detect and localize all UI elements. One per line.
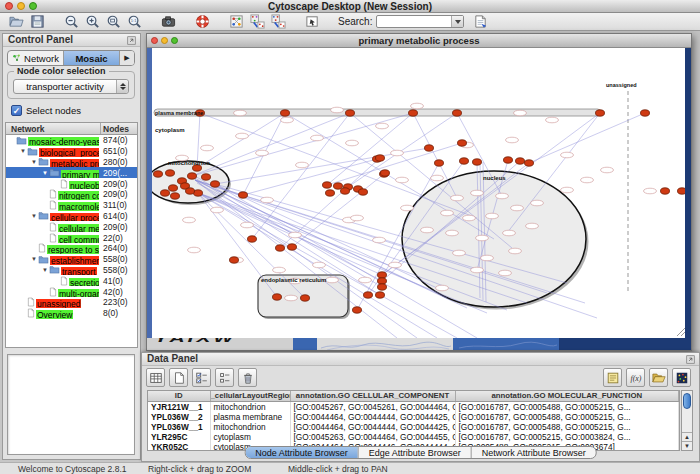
tree-row[interactable]: nucleobase-conta209(0) bbox=[6, 178, 137, 189]
gene-label-node bbox=[499, 270, 512, 276]
gene-label-node bbox=[531, 200, 544, 206]
network-tab-icon bbox=[12, 53, 22, 63]
table-row[interactable]: YPL036W__2plasma membrane[GO:0044464, GO… bbox=[148, 412, 679, 422]
column-header[interactable]: annotation.GO MOLECULAR_FUNCTION bbox=[455, 391, 679, 401]
network-name-label: establishment of lo bbox=[50, 256, 99, 264]
notes-icon[interactable] bbox=[603, 368, 622, 387]
gene-label-node bbox=[261, 197, 274, 203]
tree-row[interactable]: macromolecule m311(0) bbox=[6, 200, 137, 211]
function-icon[interactable]: f(x) bbox=[626, 368, 645, 387]
disclosure-triangle-icon[interactable]: ▼ bbox=[41, 267, 49, 273]
scrollbar-thumb[interactable] bbox=[683, 393, 691, 409]
file-icon bbox=[60, 276, 68, 286]
open-session-icon[interactable] bbox=[8, 14, 25, 30]
tree-row[interactable]: Overview8(0) bbox=[6, 308, 137, 319]
color-attribute-select[interactable]: transporter activity bbox=[13, 79, 129, 94]
annotation-icon[interactable] bbox=[304, 14, 321, 30]
node-count: 264(0) bbox=[103, 243, 128, 253]
table-row[interactable]: YPL036W__1mitochondrion[GO:0044464, GO:0… bbox=[148, 422, 679, 432]
zoom-in-icon[interactable] bbox=[84, 14, 101, 30]
tab-edge-attribute-browser[interactable]: Edge Attribute Browser bbox=[359, 447, 472, 458]
tree-row[interactable]: ▼cellular process614(0) bbox=[6, 211, 137, 222]
tab-node-attribute-browser[interactable]: Node Attribute Browser bbox=[245, 447, 359, 458]
network-overlay-first-icon[interactable] bbox=[249, 14, 266, 30]
gene-node bbox=[525, 160, 534, 166]
float-panel-icon[interactable] bbox=[685, 354, 696, 365]
zoom-out-icon[interactable] bbox=[63, 14, 80, 30]
network-window-title-bar[interactable]: primary metabolic process bbox=[147, 34, 691, 48]
file-icon bbox=[49, 233, 57, 243]
tree-row[interactable]: ▼establishment of lo558(0) bbox=[6, 254, 137, 265]
gene-node bbox=[230, 257, 239, 263]
float-panel-icon[interactable] bbox=[126, 35, 137, 46]
tree-row[interactable]: nitrogen compoun209(0) bbox=[6, 189, 137, 200]
more-tabs-arrow-icon[interactable]: ▶ bbox=[120, 51, 134, 65]
gene-node bbox=[359, 189, 368, 195]
table-icon[interactable] bbox=[146, 368, 165, 387]
network-overlay-second-icon[interactable] bbox=[270, 14, 287, 30]
tab-mosaic[interactable]: Mosaic bbox=[64, 51, 120, 65]
tree-row[interactable]: ▼primary metabolic209(... bbox=[6, 167, 137, 178]
tab-network-attribute-browser[interactable]: Network Attribute Browser bbox=[472, 447, 596, 458]
open-folder-icon[interactable] bbox=[649, 368, 668, 387]
zoom-selected-icon[interactable] bbox=[105, 14, 122, 30]
tree-row[interactable]: multi-organism pro42(0) bbox=[6, 286, 137, 297]
column-header[interactable]: annotation.GO CELLULAR_COMPONENT bbox=[290, 391, 455, 401]
select-nodes-checkbox[interactable]: ✓ bbox=[11, 105, 22, 116]
birdseye-view-panel[interactable] bbox=[7, 354, 135, 455]
import-attributes-icon[interactable] bbox=[472, 14, 489, 30]
folder-icon bbox=[38, 211, 49, 220]
gene-node bbox=[154, 171, 163, 177]
tree-row[interactable]: ▼biological_process651(0) bbox=[6, 146, 137, 157]
gene-label-node bbox=[441, 210, 454, 216]
tree-row[interactable]: unassigned223(0) bbox=[6, 297, 137, 308]
tree-row[interactable]: ▼metabolic process280(0) bbox=[6, 157, 137, 168]
scroll-up-icon[interactable]: ▲ bbox=[682, 432, 692, 441]
search-input[interactable] bbox=[376, 15, 464, 28]
disclosure-triangle-icon[interactable]: ▼ bbox=[19, 148, 27, 154]
disclosure-triangle-icon[interactable]: ▼ bbox=[30, 213, 38, 219]
tree-row[interactable]: secretion41(0) bbox=[6, 275, 137, 286]
disclosure-triangle-icon[interactable]: ▼ bbox=[41, 170, 49, 176]
new-document-icon[interactable] bbox=[169, 368, 188, 387]
column-list-icon[interactable] bbox=[215, 368, 234, 387]
file-icon bbox=[60, 179, 68, 189]
table-row[interactable]: YJR121W__1mitochondrion[GO:0045267, GO:0… bbox=[148, 401, 679, 412]
gene-node bbox=[364, 292, 373, 298]
column-header[interactable]: _cellularLayoutRegion bbox=[210, 391, 290, 401]
tree-row[interactable]: response to stimulu264(0) bbox=[6, 243, 137, 254]
tree-row[interactable]: mosaic-demo-yeast874(0) bbox=[6, 135, 137, 146]
scroll-down-icon[interactable]: ▼ bbox=[682, 441, 692, 450]
app-title-bar[interactable]: Cytoscape Desktop (New Session) bbox=[0, 0, 700, 13]
matrix-icon[interactable] bbox=[672, 368, 691, 387]
table-scrollbar[interactable]: ▲ ▼ bbox=[681, 390, 693, 451]
gene-label-node bbox=[601, 167, 614, 173]
snapshot-camera-icon[interactable] bbox=[160, 14, 177, 30]
save-session-icon[interactable] bbox=[29, 14, 46, 30]
attribute-table[interactable]: ID_cellularLayoutRegionannotation.GO CEL… bbox=[147, 390, 680, 451]
delete-trash-icon[interactable] bbox=[238, 368, 257, 387]
tree-row[interactable]: cellular metabolic209(0) bbox=[6, 221, 137, 232]
disclosure-triangle-icon[interactable]: ▼ bbox=[30, 256, 38, 262]
disclosure-triangle-icon[interactable]: ▼ bbox=[30, 159, 38, 165]
tree-row[interactable]: cell communicatio22(0) bbox=[6, 232, 137, 243]
gene-node bbox=[323, 182, 332, 188]
file-icon bbox=[27, 297, 35, 307]
gene-node bbox=[301, 295, 310, 301]
combo-stepper-icon[interactable] bbox=[116, 80, 128, 93]
tab-network[interactable]: Network bbox=[8, 51, 64, 65]
svg-text:1:1: 1:1 bbox=[131, 18, 137, 23]
gene-node bbox=[161, 190, 170, 196]
select-columns-icon[interactable] bbox=[192, 368, 211, 387]
column-header[interactable]: ID bbox=[148, 391, 210, 401]
tree-row[interactable]: ▼transport558(0) bbox=[6, 265, 137, 276]
network-view-window[interactable]: primary metabolic process plasma membran… bbox=[146, 33, 692, 351]
search-dropdown-arrow-icon[interactable] bbox=[451, 16, 463, 27]
table-row[interactable]: YLR295Ccytoplasm[GO:0045263, GO:0044464,… bbox=[148, 432, 679, 442]
zoom-fit-icon[interactable]: 1:1 bbox=[126, 14, 143, 30]
help-lifesaver-icon[interactable] bbox=[194, 14, 211, 30]
gene-label-node bbox=[453, 250, 466, 256]
file-icon bbox=[49, 287, 57, 297]
network-view-icon[interactable] bbox=[228, 14, 245, 30]
network-canvas[interactable]: plasma membranecytoplasmmitochondrionnuc… bbox=[147, 48, 691, 338]
